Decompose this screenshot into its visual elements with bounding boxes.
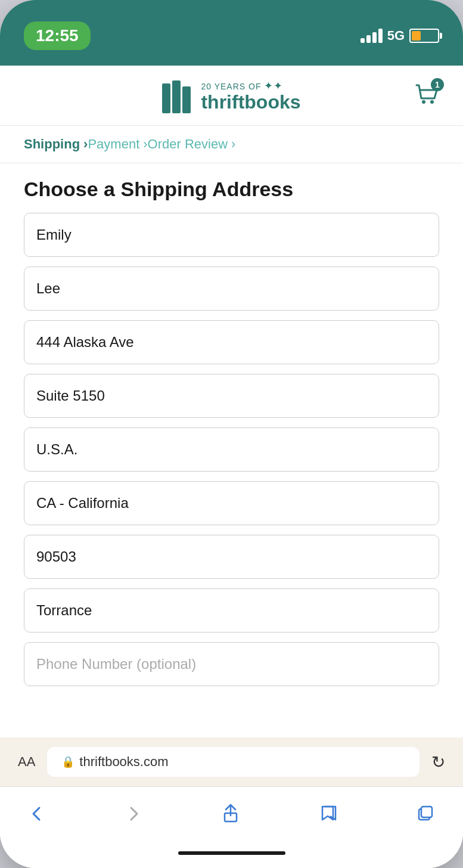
address1-field: [24, 320, 439, 364]
svg-rect-0: [162, 83, 170, 113]
phone-frame: 12:55 5G: [0, 0, 463, 868]
state-field: [24, 481, 439, 525]
app-content: 20 YEARS of ✦✦ thriftbooks 1: [0, 66, 463, 868]
address2-input[interactable]: [24, 374, 439, 418]
tabs-button[interactable]: [412, 799, 439, 832]
browser-url-bar[interactable]: 🔒 thriftbooks.com: [47, 747, 420, 777]
first-name-input[interactable]: [24, 213, 439, 257]
city-field: [24, 588, 439, 633]
city-input[interactable]: [24, 588, 439, 633]
refresh-button[interactable]: ↻: [431, 752, 445, 772]
status-icons: 5G: [361, 28, 439, 44]
zip-input[interactable]: [24, 535, 439, 579]
zip-field: [24, 535, 439, 579]
cart-badge: 1: [431, 78, 444, 91]
share-icon: [222, 804, 239, 823]
svg-rect-7: [421, 807, 432, 817]
status-bar: 12:55 5G: [0, 0, 463, 66]
last-name-field: [24, 266, 439, 311]
home-indicator: [0, 838, 463, 868]
breadcrumb-order-review[interactable]: Order Review ›: [148, 137, 236, 152]
status-time: 12:55: [24, 21, 91, 50]
thriftbooks-logo-icon: [162, 78, 195, 113]
last-name-input[interactable]: [24, 266, 439, 311]
signal-bars-icon: [361, 29, 383, 43]
logo-years: 20 YEARS of ✦✦: [201, 79, 300, 92]
back-button[interactable]: [24, 800, 50, 832]
back-icon: [29, 805, 45, 822]
phone-input[interactable]: [24, 642, 439, 686]
url-text: thriftbooks.com: [79, 754, 168, 770]
country-field: [24, 427, 439, 472]
battery-icon: [409, 29, 439, 43]
logo-brand: thriftbooks: [201, 92, 300, 111]
phone-field: [24, 642, 439, 686]
svg-point-3: [422, 100, 425, 104]
forward-button[interactable]: [120, 800, 147, 832]
bottom-toolbar: [0, 786, 463, 838]
breadcrumb-nav: Shipping › Payment › Order Review ›: [0, 126, 463, 163]
address2-field: [24, 374, 439, 418]
battery-fill: [412, 31, 421, 41]
browser-text-size[interactable]: AA: [18, 754, 35, 770]
address1-input[interactable]: [24, 320, 439, 364]
header: 20 YEARS of ✦✦ thriftbooks 1: [0, 66, 463, 126]
first-name-field: [24, 213, 439, 257]
home-bar: [178, 851, 285, 855]
svg-rect-1: [172, 80, 181, 113]
lock-icon: 🔒: [61, 755, 74, 768]
logo-text: 20 YEARS of ✦✦ thriftbooks: [201, 79, 300, 111]
breadcrumb-shipping[interactable]: Shipping ›: [24, 137, 88, 152]
cart-icon: 1: [414, 83, 439, 108]
logo: 20 YEARS of ✦✦ thriftbooks: [162, 78, 300, 113]
forward-icon: [125, 805, 142, 822]
bookmarks-icon: [319, 804, 337, 822]
share-button[interactable]: [217, 799, 244, 832]
page-title: Choose a Shipping Address: [0, 163, 463, 213]
state-input[interactable]: [24, 481, 439, 525]
svg-point-4: [430, 100, 434, 104]
browser-bar: AA 🔒 thriftbooks.com ↻: [0, 737, 463, 786]
bookmarks-button[interactable]: [314, 799, 341, 832]
breadcrumb-payment[interactable]: Payment ›: [88, 137, 147, 152]
country-input[interactable]: [24, 427, 439, 472]
network-type: 5G: [387, 28, 405, 44]
tabs-icon: [417, 804, 434, 822]
form-container: [0, 213, 463, 737]
cart-button[interactable]: 1: [414, 83, 439, 108]
svg-rect-2: [182, 86, 191, 113]
